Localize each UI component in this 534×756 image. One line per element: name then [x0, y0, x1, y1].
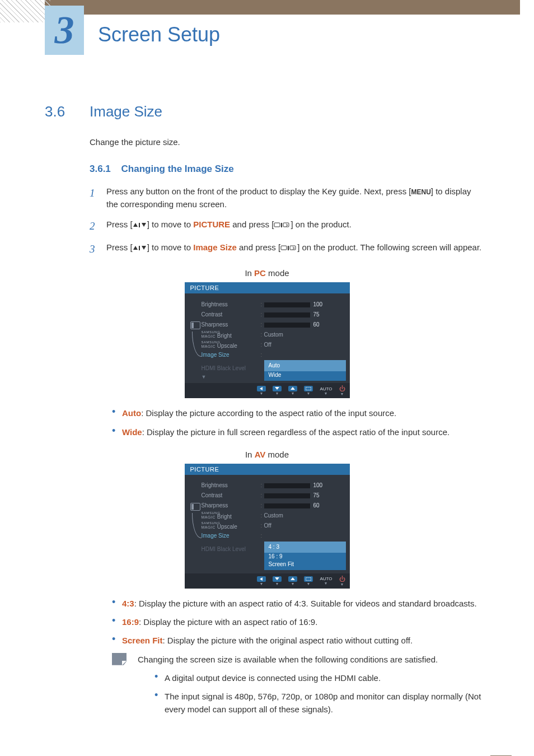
osd-label: Brightness	[202, 301, 261, 307]
footer-left-icon: ▾	[257, 386, 266, 395]
bullet-dot: •	[112, 597, 122, 610]
footer-auto-label: AUTO▾	[320, 386, 332, 395]
text-fragment: ] to move to	[147, 242, 194, 252]
text-fragment: and press [	[230, 220, 274, 229]
osd-label: SAMSUNGMAGIC Upscale	[202, 340, 261, 349]
text-fragment: Press any button on the front of the pro…	[106, 186, 411, 196]
svg-marker-17	[275, 577, 279, 580]
enter-source-icon	[274, 220, 291, 229]
osd-label-disabled: HDMI Black Level	[202, 365, 261, 371]
curve-decoration	[192, 513, 202, 538]
magic-text: MAGIC	[202, 334, 216, 338]
osd-row-brightness: Brightness : 100	[202, 480, 346, 491]
osd-row-sharpness: Sharpness : 60	[202, 319, 346, 329]
svg-marker-16	[260, 577, 263, 581]
osd-title: PICTURE	[185, 464, 350, 475]
step-2: 2 Press [] to move to PICTURE and press …	[90, 218, 484, 234]
bullet-dot: •	[154, 671, 165, 684]
osd-av-screenshot: PICTURE Brightness : 100 Contrast : 75 S…	[185, 464, 350, 589]
footer-power-icon: ⏻▾	[339, 385, 345, 396]
steps-list: 1 Press any button on the front of the p…	[90, 185, 484, 257]
osd-title: PICTURE	[185, 282, 350, 293]
osd-row-contrast: Contrast : 75	[202, 309, 346, 319]
text-fragment: mode	[265, 450, 289, 459]
osd-value: Off	[264, 522, 346, 529]
step-1: 1 Press any button on the front of the p…	[90, 185, 484, 211]
osd-number: 75	[313, 492, 320, 498]
pc-options-list: •Auto: Display the picture according to …	[112, 407, 484, 438]
bullet-dot: •	[112, 634, 122, 647]
osd-value: 75	[264, 311, 346, 318]
note-condition: A digital output device is connected usi…	[165, 671, 381, 684]
footer-up-icon: ▾	[288, 386, 297, 395]
step-text: Press [] to move to Image Size and press…	[106, 241, 484, 257]
footer-auto-label: AUTO▾	[320, 576, 332, 585]
pc-highlight: PC	[254, 268, 266, 278]
osd-number: 100	[313, 482, 323, 488]
bullet-dot: •	[112, 615, 122, 628]
osd-value: 100	[264, 482, 346, 488]
svg-marker-13	[275, 387, 279, 390]
osd-value: 100	[264, 301, 346, 307]
magic-text: MAGIC	[202, 515, 216, 519]
note-condition: The input signal is 480p, 576p, 720p, or…	[165, 690, 495, 716]
option-name: 16:9	[122, 617, 139, 627]
option-desc: : Display the picture according to the a…	[141, 408, 396, 418]
text-fragment: ] on the product. The following screen w…	[297, 242, 481, 252]
bullet-dot: •	[154, 690, 165, 716]
up-down-arrows-icon	[133, 242, 147, 252]
svg-rect-4	[281, 223, 282, 227]
text-fragment: Press [	[106, 242, 133, 252]
osd-value: 60	[264, 502, 346, 508]
osd-footer: ▾ ▾ ▾ ▾ AUTO▾ ⏻▾	[185, 573, 350, 589]
osd-label-active: Image Size	[202, 533, 261, 539]
list-item: •A digital output device is connected us…	[154, 671, 495, 684]
svg-rect-9	[281, 246, 287, 250]
note-icon	[112, 653, 127, 665]
osd-row-magic-bright: SAMSUNGMAGIC Bright : Custom	[202, 511, 346, 521]
osd-number: 100	[313, 301, 323, 307]
step-number: 2	[90, 218, 106, 234]
section-heading: 3.6 Image Size	[45, 103, 534, 120]
osd-value: Custom	[264, 512, 346, 519]
osd-colon: :	[261, 533, 264, 539]
highlight-image-size: Image Size	[193, 242, 237, 252]
svg-rect-3	[274, 223, 280, 227]
osd-row-contrast: Contrast : 75	[202, 491, 346, 501]
list-item: •Wide: Display the picture in full scree…	[112, 426, 484, 438]
svg-marker-8	[142, 246, 146, 250]
svg-marker-0	[133, 223, 138, 227]
label-suffix: Upscale	[217, 343, 237, 349]
step-text: Press [] to move to PICTURE and press []…	[106, 218, 484, 234]
footer-enter-icon: ▾	[304, 386, 313, 395]
monitor-icon	[190, 321, 200, 329]
list-item: •Auto: Display the picture according to …	[112, 407, 484, 419]
magic-text: MAGIC	[202, 525, 216, 529]
osd-row-magic-bright: SAMSUNGMAGIC Bright : Custom	[202, 329, 346, 339]
osd-row-image-size: Image Size :	[202, 531, 346, 541]
av-highlight: AV	[255, 450, 266, 459]
av-mode-caption: In AV mode	[0, 450, 534, 459]
step-number: 1	[90, 185, 106, 211]
footer-down-icon: ▾	[273, 576, 282, 586]
subsection-number: 3.6.1	[90, 164, 111, 174]
magic-text: MAGIC	[202, 344, 216, 348]
osd-pc-screenshot: PICTURE Brightness : 100 Contrast : 75 S…	[185, 282, 350, 398]
decorative-hatching	[0, 0, 50, 22]
option-name: 4:3	[122, 599, 134, 608]
list-item: •4:3: Display the picture with an aspect…	[112, 597, 484, 610]
osd-value: Off	[264, 342, 346, 348]
list-item: •The input signal is 480p, 576p, 720p, o…	[154, 690, 495, 716]
osd-label: SAMSUNGMAGIC Bright	[202, 330, 261, 339]
bullet-dot: •	[112, 426, 122, 438]
osd-row-magic-upscale: SAMSUNGMAGIC Upscale : Off	[202, 521, 346, 531]
osd-label: Brightness	[202, 482, 261, 488]
osd-label: SAMSUNGMAGIC Upscale	[202, 521, 261, 530]
highlight-picture: PICTURE	[193, 220, 230, 229]
osd-number: 75	[313, 311, 320, 318]
note-lead-text: Changing the screen size is available wh…	[138, 653, 495, 666]
option-desc: : Display the picture with an aspect rat…	[139, 617, 317, 627]
osd-row-brightness: Brightness : 100	[202, 299, 346, 309]
av-options-list: •4:3: Display the picture with an aspect…	[112, 597, 484, 647]
osd-number: 60	[313, 502, 320, 508]
